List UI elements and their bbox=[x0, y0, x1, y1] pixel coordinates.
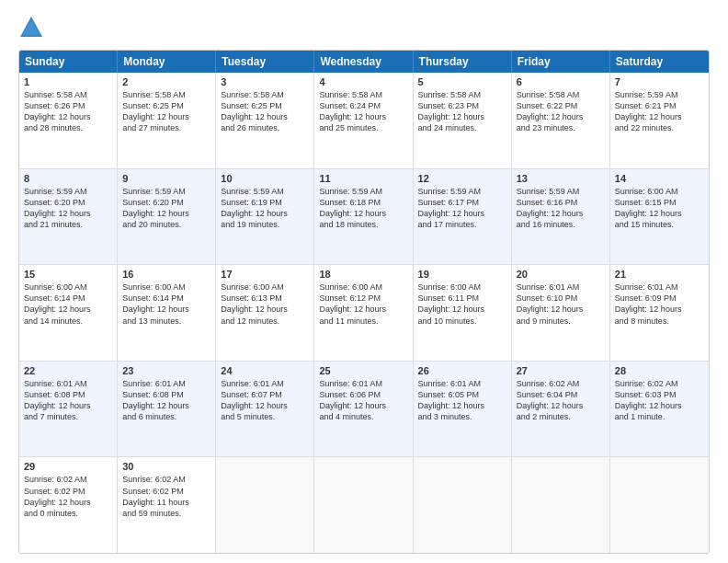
calendar-cell: 4Sunrise: 5:58 AMSunset: 6:24 PMDaylight… bbox=[314, 73, 413, 168]
calendar-cell: 25Sunrise: 6:01 AMSunset: 6:06 PMDayligh… bbox=[314, 362, 413, 457]
header bbox=[18, 15, 710, 40]
day-number: 13 bbox=[517, 173, 605, 184]
calendar-cell: 30Sunrise: 6:02 AMSunset: 6:02 PMDayligh… bbox=[118, 457, 216, 553]
day-number: 21 bbox=[615, 269, 704, 280]
calendar-cell: 21Sunrise: 6:01 AMSunset: 6:09 PMDayligh… bbox=[610, 265, 709, 361]
calendar-cell: 14Sunrise: 6:00 AMSunset: 6:15 PMDayligh… bbox=[610, 169, 709, 265]
calendar-cell: 10Sunrise: 5:59 AMSunset: 6:19 PMDayligh… bbox=[216, 169, 314, 265]
cell-info: Sunrise: 6:00 AMSunset: 6:12 PMDaylight:… bbox=[319, 282, 407, 327]
cell-info: Sunrise: 5:59 AMSunset: 6:16 PMDaylight:… bbox=[517, 186, 605, 231]
cell-info: Sunrise: 6:00 AMSunset: 6:14 PMDaylight:… bbox=[24, 282, 112, 327]
cell-info: Sunrise: 6:00 AMSunset: 6:11 PMDaylight:… bbox=[418, 282, 506, 327]
day-number: 3 bbox=[221, 76, 309, 87]
cell-info: Sunrise: 6:01 AMSunset: 6:09 PMDaylight:… bbox=[615, 282, 704, 327]
day-number: 17 bbox=[221, 269, 309, 280]
calendar-row: 1Sunrise: 5:58 AMSunset: 6:26 PMDaylight… bbox=[19, 73, 709, 169]
calendar-cell-empty bbox=[610, 457, 709, 553]
header-day: Wednesday bbox=[314, 51, 413, 73]
cell-info: Sunrise: 6:01 AMSunset: 6:08 PMDaylight:… bbox=[122, 378, 210, 423]
calendar-cell: 1Sunrise: 5:58 AMSunset: 6:26 PMDaylight… bbox=[19, 73, 118, 168]
day-number: 8 bbox=[24, 173, 112, 184]
calendar-cell: 6Sunrise: 5:58 AMSunset: 6:22 PMDaylight… bbox=[512, 73, 610, 168]
cell-info: Sunrise: 6:01 AMSunset: 6:10 PMDaylight:… bbox=[517, 282, 605, 327]
calendar-cell: 12Sunrise: 5:59 AMSunset: 6:17 PMDayligh… bbox=[414, 169, 512, 265]
day-number: 4 bbox=[319, 76, 407, 87]
day-number: 1 bbox=[24, 76, 112, 87]
calendar-cell: 11Sunrise: 5:59 AMSunset: 6:18 PMDayligh… bbox=[314, 169, 413, 265]
calendar-cell: 29Sunrise: 6:02 AMSunset: 6:02 PMDayligh… bbox=[19, 457, 118, 553]
header-day: Friday bbox=[512, 51, 610, 73]
calendar-cell-empty bbox=[216, 457, 314, 553]
cell-info: Sunrise: 5:59 AMSunset: 6:17 PMDaylight:… bbox=[418, 186, 506, 231]
calendar-cell: 2Sunrise: 5:58 AMSunset: 6:25 PMDaylight… bbox=[118, 73, 216, 168]
cell-info: Sunrise: 6:01 AMSunset: 6:08 PMDaylight:… bbox=[24, 378, 112, 423]
day-number: 30 bbox=[122, 461, 210, 472]
calendar-cell: 5Sunrise: 5:58 AMSunset: 6:23 PMDaylight… bbox=[414, 73, 512, 168]
calendar-row: 22Sunrise: 6:01 AMSunset: 6:08 PMDayligh… bbox=[19, 362, 709, 458]
day-number: 9 bbox=[122, 173, 210, 184]
calendar-cell: 18Sunrise: 6:00 AMSunset: 6:12 PMDayligh… bbox=[314, 265, 413, 361]
logo-icon bbox=[18, 15, 44, 40]
day-number: 24 bbox=[221, 365, 309, 376]
day-number: 11 bbox=[319, 173, 407, 184]
cell-info: Sunrise: 6:00 AMSunset: 6:14 PMDaylight:… bbox=[122, 282, 210, 327]
calendar-body: 1Sunrise: 5:58 AMSunset: 6:26 PMDaylight… bbox=[19, 73, 709, 553]
calendar-cell: 3Sunrise: 5:58 AMSunset: 6:25 PMDaylight… bbox=[216, 73, 314, 168]
cell-info: Sunrise: 6:02 AMSunset: 6:02 PMDaylight:… bbox=[122, 474, 210, 519]
day-number: 28 bbox=[615, 365, 704, 376]
cell-info: Sunrise: 5:59 AMSunset: 6:19 PMDaylight:… bbox=[221, 186, 309, 231]
calendar-cell: 24Sunrise: 6:01 AMSunset: 6:07 PMDayligh… bbox=[216, 362, 314, 457]
header-day: Tuesday bbox=[216, 51, 314, 73]
day-number: 10 bbox=[221, 173, 309, 184]
svg-marker-1 bbox=[22, 20, 40, 35]
header-day: Saturday bbox=[610, 51, 709, 73]
cell-info: Sunrise: 6:01 AMSunset: 6:05 PMDaylight:… bbox=[418, 378, 506, 423]
cell-info: Sunrise: 5:58 AMSunset: 6:24 PMDaylight:… bbox=[319, 89, 407, 134]
calendar-cell: 15Sunrise: 6:00 AMSunset: 6:14 PMDayligh… bbox=[19, 265, 118, 361]
calendar-cell: 22Sunrise: 6:01 AMSunset: 6:08 PMDayligh… bbox=[19, 362, 118, 457]
day-number: 18 bbox=[319, 269, 407, 280]
day-number: 2 bbox=[122, 76, 210, 87]
cell-info: Sunrise: 5:59 AMSunset: 6:21 PMDaylight:… bbox=[615, 89, 704, 134]
calendar-cell: 7Sunrise: 5:59 AMSunset: 6:21 PMDaylight… bbox=[610, 73, 709, 168]
day-number: 12 bbox=[418, 173, 506, 184]
calendar-cell: 17Sunrise: 6:00 AMSunset: 6:13 PMDayligh… bbox=[216, 265, 314, 361]
day-number: 26 bbox=[418, 365, 506, 376]
calendar-cell: 23Sunrise: 6:01 AMSunset: 6:08 PMDayligh… bbox=[118, 362, 216, 457]
day-number: 29 bbox=[24, 461, 112, 472]
calendar-cell-empty bbox=[414, 457, 512, 553]
calendar-cell: 16Sunrise: 6:00 AMSunset: 6:14 PMDayligh… bbox=[118, 265, 216, 361]
day-number: 15 bbox=[24, 269, 112, 280]
day-number: 7 bbox=[615, 76, 704, 87]
calendar-cell: 20Sunrise: 6:01 AMSunset: 6:10 PMDayligh… bbox=[512, 265, 610, 361]
calendar-cell-empty bbox=[314, 457, 413, 553]
cell-info: Sunrise: 5:58 AMSunset: 6:25 PMDaylight:… bbox=[122, 89, 210, 134]
day-number: 25 bbox=[319, 365, 407, 376]
day-number: 14 bbox=[615, 173, 704, 184]
cell-info: Sunrise: 6:00 AMSunset: 6:15 PMDaylight:… bbox=[615, 186, 704, 231]
page: SundayMondayTuesdayWednesdayThursdayFrid… bbox=[0, 0, 728, 563]
calendar-cell: 8Sunrise: 5:59 AMSunset: 6:20 PMDaylight… bbox=[19, 169, 118, 265]
day-number: 19 bbox=[418, 269, 506, 280]
header-day: Thursday bbox=[414, 51, 512, 73]
calendar-cell: 19Sunrise: 6:00 AMSunset: 6:11 PMDayligh… bbox=[414, 265, 512, 361]
day-number: 16 bbox=[122, 269, 210, 280]
calendar-cell: 9Sunrise: 5:59 AMSunset: 6:20 PMDaylight… bbox=[118, 169, 216, 265]
day-number: 5 bbox=[418, 76, 506, 87]
logo bbox=[18, 15, 48, 40]
cell-info: Sunrise: 5:59 AMSunset: 6:20 PMDaylight:… bbox=[122, 186, 210, 231]
calendar-cell: 27Sunrise: 6:02 AMSunset: 6:04 PMDayligh… bbox=[512, 362, 610, 457]
cell-info: Sunrise: 5:59 AMSunset: 6:18 PMDaylight:… bbox=[319, 186, 407, 231]
calendar: SundayMondayTuesdayWednesdayThursdayFrid… bbox=[18, 50, 710, 554]
calendar-row: 29Sunrise: 6:02 AMSunset: 6:02 PMDayligh… bbox=[19, 457, 709, 553]
day-number: 27 bbox=[517, 365, 605, 376]
header-day: Monday bbox=[118, 51, 216, 73]
day-number: 23 bbox=[122, 365, 210, 376]
cell-info: Sunrise: 5:58 AMSunset: 6:22 PMDaylight:… bbox=[517, 89, 605, 134]
day-number: 22 bbox=[24, 365, 112, 376]
header-day: Sunday bbox=[19, 51, 118, 73]
calendar-row: 8Sunrise: 5:59 AMSunset: 6:20 PMDaylight… bbox=[19, 169, 709, 266]
calendar-cell: 13Sunrise: 5:59 AMSunset: 6:16 PMDayligh… bbox=[512, 169, 610, 265]
calendar-cell: 26Sunrise: 6:01 AMSunset: 6:05 PMDayligh… bbox=[414, 362, 512, 457]
cell-info: Sunrise: 5:58 AMSunset: 6:26 PMDaylight:… bbox=[24, 89, 112, 134]
